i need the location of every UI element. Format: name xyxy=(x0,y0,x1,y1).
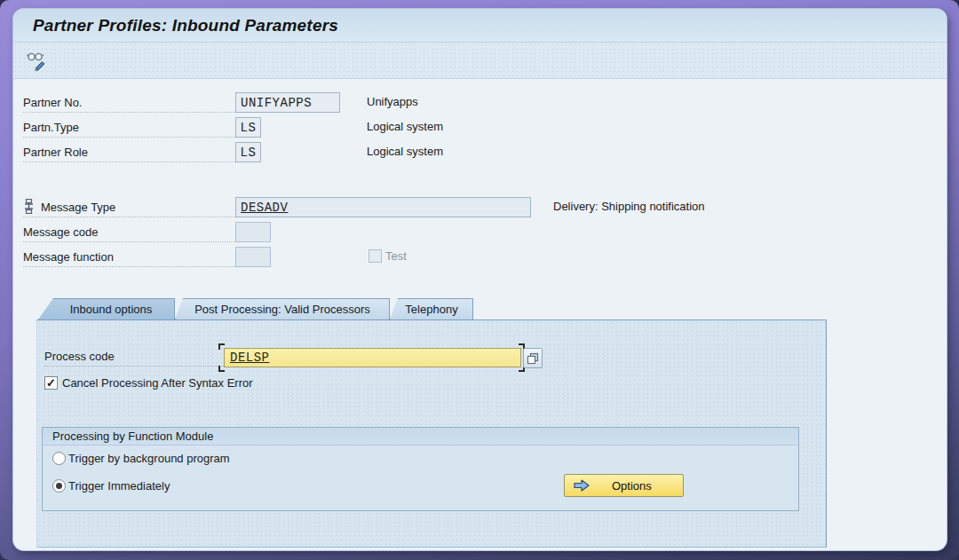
message-function-row: Message function Test xyxy=(23,247,947,267)
tab-inbound-options[interactable]: Inbound options xyxy=(38,298,175,319)
cancel-processing-row: Cancel Processing After Syntax Error xyxy=(44,376,253,390)
radio-trigger-immediately-row: Trigger Immediately xyxy=(52,479,170,493)
test-checkbox-label: Test xyxy=(385,249,407,263)
radio-trigger-immediately-label: Trigger Immediately xyxy=(68,479,170,493)
process-code-label: Process code xyxy=(44,350,224,367)
screen-body: Partner No. UNIFYAPPS Unifyapps Partn.Ty… xyxy=(13,79,947,548)
focus-bracket xyxy=(218,343,225,350)
message-type-row: Message Type DESADV Delivery: Shipping n… xyxy=(23,197,947,217)
message-type-field[interactable]: DESADV xyxy=(235,197,531,217)
options-button[interactable]: Options xyxy=(564,474,684,497)
possible-entries-button[interactable] xyxy=(523,348,543,368)
message-type-description: Delivery: Shipping notification xyxy=(553,200,705,213)
partner-role-label: Partner Role xyxy=(23,146,88,159)
function-module-groupbox: Processing by Function Module Trigger by… xyxy=(42,427,799,511)
focus-bracket xyxy=(218,366,225,372)
partner-type-description: Logical system xyxy=(367,120,443,133)
radio-background-program-label: Trigger by background program xyxy=(68,452,230,465)
partner-type-row: Partn.Type LS Logical system xyxy=(23,117,947,138)
process-code-field[interactable]: DELSP xyxy=(224,348,521,367)
radio-background-program-row: Trigger by background program xyxy=(52,452,230,465)
partner-type-field[interactable]: LS xyxy=(235,117,261,138)
message-function-label: Message function xyxy=(23,251,114,264)
display-change-button[interactable] xyxy=(24,48,51,73)
title-bar: Partner Profiles: Inbound Parameters xyxy=(13,9,947,43)
partner-no-description: Unifyapps xyxy=(367,95,418,108)
tab-post-processing[interactable]: Post Processing: Valid Processors xyxy=(175,298,390,319)
display-change-icon xyxy=(26,51,49,71)
message-function-field[interactable] xyxy=(235,247,271,267)
page-title: Partner Profiles: Inbound Parameters xyxy=(33,16,338,35)
radio-background-program[interactable] xyxy=(52,452,66,465)
partner-role-description: Logical system xyxy=(367,145,443,158)
possible-entries-icon xyxy=(527,352,539,365)
message-code-row: Message code xyxy=(23,222,947,242)
application-toolbar xyxy=(13,43,947,79)
sap-window: Partner Profiles: Inbound Parameters xyxy=(13,9,947,550)
message-type-label: Message Type xyxy=(41,201,115,214)
radio-trigger-immediately[interactable] xyxy=(52,479,66,493)
message-code-field[interactable] xyxy=(235,222,271,242)
cancel-processing-checkbox[interactable] xyxy=(44,376,58,390)
partner-no-label: Partner No. xyxy=(23,97,82,109)
groupbox-title: Processing by Function Module xyxy=(52,430,213,443)
message-type-icon xyxy=(23,199,35,214)
groupbox-header: Processing by Function Module xyxy=(43,428,798,446)
cancel-processing-label: Cancel Processing After Syntax Error xyxy=(62,376,253,390)
tabstrip-block: Inbound options Post Processing: Valid P… xyxy=(36,298,947,548)
partner-role-field[interactable]: LS xyxy=(235,142,261,162)
tab-telephony[interactable]: Telephony xyxy=(390,298,473,319)
arrow-right-icon xyxy=(573,478,590,493)
options-button-label: Options xyxy=(612,479,652,493)
inbound-options-panel: Process code DELSP xyxy=(36,319,827,548)
desktop-background: Partner Profiles: Inbound Parameters xyxy=(0,0,959,560)
test-checkbox-group: Test xyxy=(369,249,407,263)
message-code-label: Message code xyxy=(23,226,99,239)
process-code-field-wrap: DELSP xyxy=(224,348,521,367)
partner-type-label: Partn.Type xyxy=(23,122,79,134)
partner-no-row: Partner No. UNIFYAPPS Unifyapps xyxy=(23,92,947,113)
partner-no-field[interactable]: UNIFYAPPS xyxy=(235,92,340,113)
tabstrip: Inbound options Post Processing: Valid P… xyxy=(36,298,947,319)
test-checkbox xyxy=(369,249,382,263)
partner-role-row: Partner Role LS Logical system xyxy=(23,142,947,162)
